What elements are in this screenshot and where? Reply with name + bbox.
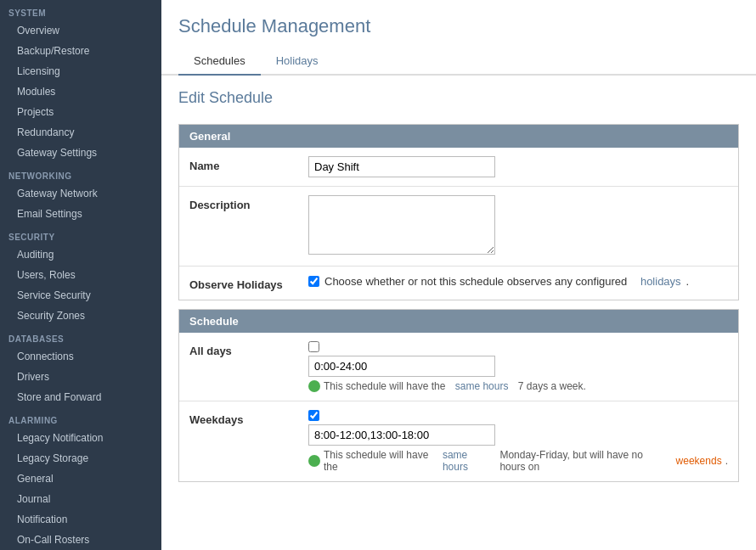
- sidebar-item-general[interactable]: General: [0, 469, 161, 489]
- sidebar-item-label: Redundancy: [17, 126, 74, 138]
- sidebar-item-store-and-forward[interactable]: Store and Forward: [0, 387, 161, 407]
- sidebar-item-label: Email Settings: [17, 208, 82, 220]
- sidebar-section-networking: NETWORKING: [0, 163, 161, 183]
- sidebar-item-label: Auditing: [17, 249, 54, 261]
- all-days-checkbox[interactable]: [308, 341, 319, 352]
- sidebar-item-journal[interactable]: Journal: [0, 489, 161, 509]
- general-section-header: General: [179, 125, 738, 148]
- weekdays-row: Weekdays This schedule will have the sam…: [179, 401, 738, 481]
- all-days-label: All days: [189, 341, 308, 357]
- weekdays-input[interactable]: [308, 424, 495, 446]
- sidebar-item-label: Modules: [17, 86, 55, 98]
- description-field: [308, 195, 728, 257]
- schedule-section-header: Schedule: [179, 310, 738, 333]
- sidebar: SYSTEMOverviewBackup/RestoreLicensingMod…: [0, 0, 161, 550]
- name-field: [308, 156, 728, 177]
- sidebar-item-users-roles[interactable]: Users, Roles: [0, 265, 161, 285]
- observe-holidays-label: Observe Holidays: [189, 275, 308, 291]
- sidebar-item-label: Notification: [17, 514, 67, 525]
- weekdays-note-same: same hours: [443, 449, 490, 473]
- sidebar-item-backup-restore[interactable]: Backup/Restore: [0, 41, 161, 61]
- observe-row: Choose whether or not this schedule obse…: [308, 275, 728, 288]
- sidebar-item-legacy-notification[interactable]: Legacy Notification: [0, 428, 161, 448]
- weekdays-checkbox[interactable]: [308, 410, 319, 421]
- sidebar-item-licensing[interactable]: Licensing: [0, 61, 161, 81]
- description-label: Description: [189, 195, 308, 211]
- all-days-status-dot: [308, 380, 320, 392]
- main-content: Schedule Management Schedules Holidays E…: [161, 0, 756, 550]
- edit-schedule-title: Edit Schedule: [161, 76, 756, 115]
- weekdays-note-3: .: [725, 455, 728, 467]
- sidebar-item-gateway-settings[interactable]: Gateway Settings: [0, 143, 161, 163]
- weekdays-note-1: This schedule will have the: [324, 449, 433, 473]
- sidebar-item-label: Legacy Storage: [17, 452, 88, 464]
- sidebar-item-overview[interactable]: Overview: [0, 20, 161, 41]
- all-days-note-same: same hours: [455, 380, 509, 392]
- page-title: Schedule Management: [161, 0, 756, 48]
- observe-text-2: .: [686, 275, 690, 288]
- sidebar-item-label: Gateway Settings: [17, 147, 97, 159]
- sidebar-item-label: General: [17, 473, 54, 485]
- sidebar-item-label: Journal: [17, 493, 50, 505]
- sidebar-section-system: SYSTEM: [0, 0, 161, 20]
- sidebar-item-label: Legacy Notification: [17, 432, 103, 444]
- sidebar-section-security: SECURITY: [0, 224, 161, 244]
- sidebar-item-redundancy[interactable]: Redundancy: [0, 122, 161, 143]
- weekdays-note-weekends: weekends: [676, 455, 722, 467]
- tab-schedules[interactable]: Schedules: [178, 48, 261, 76]
- sidebar-item-label: Licensing: [17, 65, 60, 77]
- description-textarea[interactable]: [308, 195, 495, 255]
- weekdays-checkbox-row: [308, 410, 728, 421]
- observe-holidays-link[interactable]: holidays: [640, 275, 681, 288]
- weekdays-note-2: Monday-Friday, but will have no hours on: [499, 449, 666, 473]
- weekdays-status-dot: [308, 455, 320, 467]
- name-row: Name: [179, 148, 738, 187]
- sidebar-item-label: Backup/Restore: [17, 45, 89, 57]
- sidebar-section-databases: DATABASES: [0, 326, 161, 346]
- sidebar-item-auditing[interactable]: Auditing: [0, 244, 161, 265]
- sidebar-item-label: Security Zones: [17, 310, 85, 322]
- sidebar-item-notification[interactable]: Notification: [0, 509, 161, 530]
- schedule-section: Schedule All days This schedule will hav…: [178, 309, 739, 482]
- all-days-input[interactable]: [308, 356, 495, 377]
- sidebar-item-label: Users, Roles: [17, 269, 76, 281]
- observe-holidays-field: Choose whether or not this schedule obse…: [308, 275, 728, 288]
- sidebar-item-label: Drivers: [17, 371, 49, 383]
- sidebar-item-gateway-network[interactable]: Gateway Network: [0, 183, 161, 204]
- all-days-note-2: 7 days a week.: [518, 380, 586, 392]
- tabs-row: Schedules Holidays: [161, 48, 756, 76]
- sidebar-item-connections[interactable]: Connections: [0, 346, 161, 367]
- observe-holidays-checkbox[interactable]: [308, 276, 319, 287]
- weekdays-label: Weekdays: [189, 410, 308, 426]
- general-section: General Name Description Observe Holiday…: [178, 124, 739, 300]
- description-row: Description: [179, 187, 738, 267]
- all-days-checkbox-row: [308, 341, 728, 352]
- all-days-field: This schedule will have the same hours 7…: [308, 341, 728, 392]
- weekdays-note: This schedule will have the same hours M…: [308, 449, 728, 473]
- sidebar-item-label: Overview: [17, 25, 59, 36]
- sidebar-item-on-call-rosters[interactable]: On-Call Rosters: [0, 530, 161, 550]
- all-days-row: All days This schedule will have the sam…: [179, 333, 738, 401]
- sidebar-item-service-security[interactable]: Service Security: [0, 285, 161, 306]
- sidebar-item-label: Gateway Network: [17, 188, 98, 199]
- sidebar-item-drivers[interactable]: Drivers: [0, 367, 161, 387]
- sidebar-item-security-zones[interactable]: Security Zones: [0, 306, 161, 326]
- sidebar-item-email-settings[interactable]: Email Settings: [0, 204, 161, 224]
- observe-holidays-row: Observe Holidays Choose whether or not t…: [179, 267, 738, 300]
- all-days-note: This schedule will have the same hours 7…: [308, 380, 728, 392]
- sidebar-item-projects[interactable]: Projects: [0, 102, 161, 122]
- sidebar-item-label: Projects: [17, 106, 54, 118]
- sidebar-section-alarming: ALARMING: [0, 407, 161, 428]
- sidebar-item-label: Connections: [17, 351, 74, 362]
- sidebar-item-modules[interactable]: Modules: [0, 81, 161, 102]
- name-label: Name: [189, 156, 308, 172]
- sidebar-item-legacy-storage[interactable]: Legacy Storage: [0, 448, 161, 469]
- tab-holidays[interactable]: Holidays: [261, 48, 334, 76]
- sidebar-item-label: Service Security: [17, 289, 91, 301]
- all-days-note-1: This schedule will have the: [324, 380, 445, 392]
- sidebar-item-label: Store and Forward: [17, 391, 101, 403]
- sidebar-item-label: On-Call Rosters: [17, 534, 89, 546]
- weekdays-field: This schedule will have the same hours M…: [308, 410, 728, 473]
- name-input[interactable]: [308, 156, 495, 177]
- observe-text-1: Choose whether or not this schedule obse…: [324, 275, 627, 288]
